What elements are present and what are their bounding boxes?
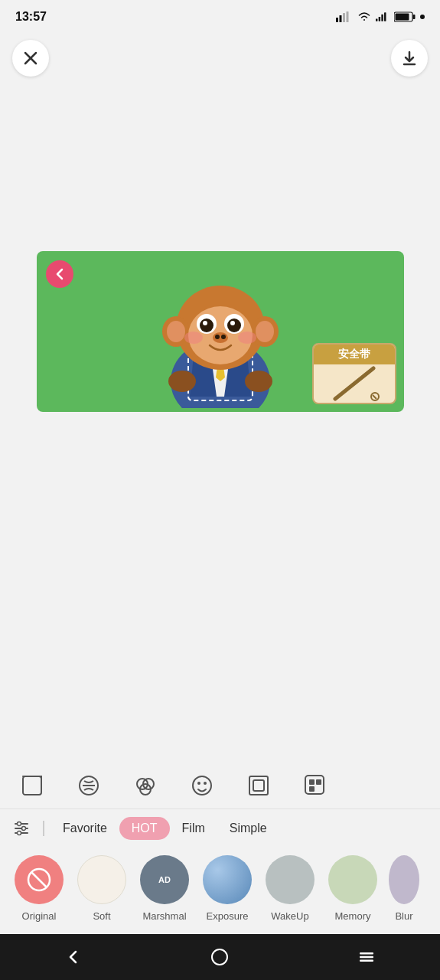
svg-rect-7 [384,12,386,21]
more-tool-button[interactable] [298,769,332,802]
svg-rect-56 [316,779,321,785]
crop-tool-button[interactable] [15,769,49,802]
svg-point-32 [230,321,235,325]
image-back-button[interactable] [46,260,73,288]
home-nav-button[interactable] [200,938,239,976]
frame-tool-button[interactable] [242,769,275,802]
svg-rect-52 [249,776,268,795]
tab-divider [43,821,44,836]
main-content: 安全带 [0,83,440,580]
dot-indicator [420,15,425,19]
monkey-scene: 安全带 [37,251,404,412]
svg-rect-3 [347,11,349,22]
tab-hot[interactable]: HOT [119,817,170,840]
face-tool-button[interactable] [185,769,219,802]
menu-nav-button[interactable] [347,938,386,976]
svg-point-35 [221,335,226,339]
filter-label-soft: Soft [93,910,110,922]
top-bar [0,34,440,83]
svg-point-31 [203,321,207,325]
back-arrow-icon [52,266,67,282]
filter-tool-button[interactable] [72,769,106,802]
svg-rect-2 [343,13,345,22]
svg-point-34 [215,335,220,339]
home-nav-icon [210,948,229,966]
svg-point-37 [238,332,256,344]
svg-point-39 [245,371,272,392]
svg-rect-6 [381,15,383,21]
status-time: 13:57 [15,10,47,24]
filter-item-original[interactable]: Original [12,855,66,922]
svg-rect-4 [376,18,377,21]
back-nav-icon [64,948,83,966]
download-button[interactable] [391,40,428,77]
tab-favorite[interactable]: Favorite [51,817,119,840]
svg-rect-53 [253,780,264,791]
effects-tool-button[interactable] [129,769,162,802]
filter-label-marshmal: Marshmal [142,910,186,922]
safety-card-content [328,364,381,403]
filter-item-blur[interactable]: Blur [389,855,419,922]
svg-rect-55 [309,779,315,785]
svg-point-50 [197,782,200,785]
svg-point-23 [167,321,185,342]
filter-tabs: Favorite HOT Film Simple [0,809,440,848]
svg-rect-1 [340,15,342,22]
svg-rect-0 [336,18,338,22]
original-filter-icon [25,866,53,893]
seatbelt-icon [328,364,381,403]
signal-icon [336,11,353,22]
svg-point-30 [227,318,241,332]
svg-rect-43 [23,776,41,795]
cell-signal-icon [376,11,389,22]
battery-icon [394,11,416,22]
filter-items-row: Original Soft AD Marshmal Exposure WakeU… [0,848,440,934]
filter-item-soft[interactable]: Soft [75,855,129,922]
filter-label-blur: Blur [395,910,412,922]
nav-bar [0,934,440,980]
svg-line-40 [335,368,373,399]
tool-icons-row [0,763,440,809]
svg-rect-9 [413,15,416,19]
close-icon [24,51,37,65]
filter-item-memory[interactable]: Memory [326,855,380,922]
svg-point-66 [212,949,227,965]
back-nav-button[interactable] [54,938,93,976]
svg-point-29 [200,318,213,332]
filter-settings-button[interactable] [12,819,31,838]
close-button[interactable] [12,40,49,77]
svg-rect-5 [379,17,380,21]
menu-nav-icon [357,948,376,966]
image-container: 安全带 [37,251,404,412]
svg-point-38 [168,371,196,392]
svg-point-33 [213,332,228,343]
svg-rect-68 [360,956,373,959]
status-icons [336,11,425,22]
svg-rect-57 [309,786,315,792]
svg-point-61 [18,822,21,826]
svg-rect-54 [305,776,324,794]
filter-label-wakeup: WakeUp [271,910,308,922]
bottom-area: Favorite HOT Film Simple Original Soft A… [0,763,440,934]
filter-item-wakeup[interactable]: WakeUp [263,855,317,922]
filter-label-original: Original [22,910,57,922]
filter-label-memory: Memory [335,910,371,922]
filter-item-exposure[interactable]: Exposure [200,855,254,922]
wifi-icon [357,11,371,22]
svg-line-42 [373,395,376,399]
svg-point-62 [22,827,26,831]
svg-rect-10 [396,14,409,21]
filter-label-exposure: Exposure [207,910,249,922]
safety-card: 安全带 [312,343,396,404]
monkey-svg [106,255,335,408]
marshmal-ad-badge: AD [158,875,171,884]
safety-card-title: 安全带 [314,345,395,364]
tab-film[interactable]: Film [170,817,217,840]
svg-rect-69 [360,960,373,962]
download-icon [402,51,417,66]
svg-point-36 [184,332,203,344]
svg-point-63 [18,831,21,835]
tab-simple[interactable]: Simple [217,817,279,840]
svg-rect-67 [360,952,373,955]
filter-item-marshmal[interactable]: AD Marshmal [138,855,191,922]
